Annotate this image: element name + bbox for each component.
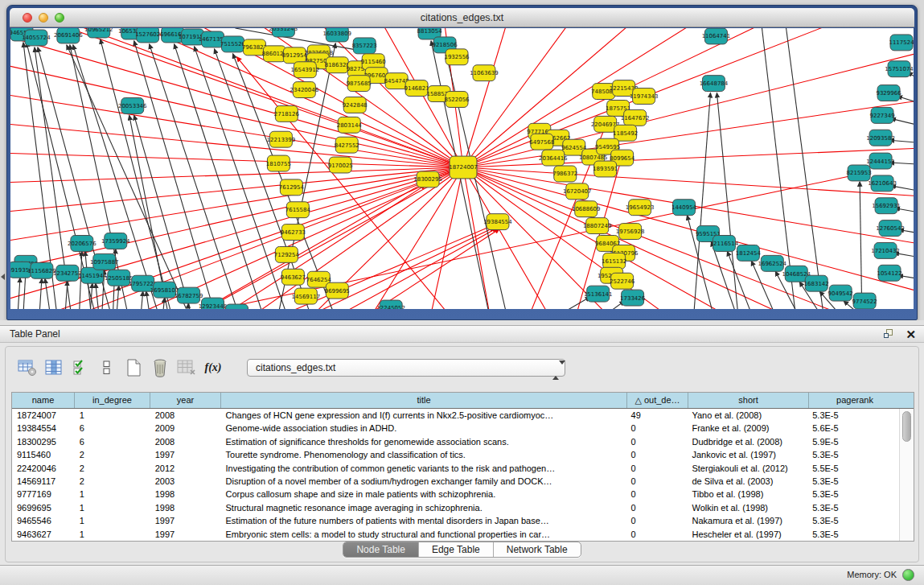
- graph-node[interactable]: 2522746: [610, 273, 634, 289]
- graph-node[interactable]: 9875685: [347, 76, 372, 92]
- graph-edge[interactable]: [540, 297, 590, 309]
- graph-node[interactable]: 19756928: [616, 224, 645, 240]
- graph-node[interactable]: 11974343: [630, 89, 659, 105]
- graph-edge[interactable]: [10, 167, 463, 271]
- graph-node[interactable]: 15692931: [872, 198, 901, 214]
- graph-edge[interactable]: [10, 153, 463, 167]
- graph-node[interactable]: 12760542: [876, 220, 905, 237]
- graph-edge[interactable]: [860, 182, 862, 309]
- graph-node[interactable]: 8357223: [352, 38, 377, 54]
- graph-node[interactable]: 9329966: [877, 85, 901, 101]
- graph-node[interactable]: 7615584: [285, 202, 311, 218]
- scrollbar-thumb[interactable]: [902, 411, 911, 442]
- network-window-titlebar[interactable]: citations_edges.txt: [10, 8, 914, 27]
- graph-node[interactable]: 1733426: [620, 290, 645, 306]
- network-graph[interactable]: 9465546140557242069140610965212106532871…: [10, 28, 914, 309]
- graph-edge[interactable]: [463, 167, 914, 292]
- graph-edge[interactable]: [10, 123, 463, 167]
- graph-node[interactable]: 7986372: [552, 166, 577, 182]
- table-row[interactable]: 911546021997Tourette syndrome. Phenomeno…: [12, 448, 899, 461]
- graph-node[interactable]: 12213399: [267, 131, 296, 147]
- graph-node[interactable]: 1440954: [671, 200, 697, 216]
- table-settings-icon[interactable]: [15, 356, 39, 379]
- graph-node[interactable]: 9170025: [328, 157, 353, 173]
- graph-node[interactable]: 11647672: [621, 109, 650, 126]
- column-header-out_degree[interactable]: △ out_de…: [627, 393, 688, 408]
- graph-edge[interactable]: [64, 281, 68, 309]
- graph-node[interactable]: 23420046: [290, 82, 319, 98]
- column-header-short[interactable]: short: [688, 393, 809, 408]
- column-header-title[interactable]: title: [221, 393, 627, 408]
- graph-node[interactable]: 15751074: [885, 61, 914, 77]
- graph-edge[interactable]: [10, 167, 463, 212]
- graph-node[interactable]: 8522056: [444, 92, 469, 108]
- close-icon[interactable]: ✕: [906, 328, 916, 340]
- tab-node-table[interactable]: Node Table: [343, 542, 419, 557]
- column-header-year[interactable]: year: [150, 393, 221, 408]
- graph-node[interactable]: 9774522: [852, 293, 877, 309]
- graph-hub-node[interactable]: 18724007: [449, 156, 478, 179]
- graph-node[interactable]: 9146821: [405, 80, 429, 97]
- column-header-name[interactable]: name: [12, 393, 75, 408]
- table-row[interactable]: 969969511998Structural magnetic resonanc…: [12, 501, 899, 514]
- table-row[interactable]: 1456911722003Disruption of a novel membe…: [12, 475, 899, 488]
- graph-node[interactable]: 16543912: [291, 62, 320, 78]
- graph-node[interactable]: 6497568: [529, 134, 554, 150]
- tab-network-table[interactable]: Network Table: [494, 542, 581, 557]
- graph-node[interactable]: 19654923: [626, 200, 655, 216]
- table-row[interactable]: 1830029562008Estimation of significance …: [12, 435, 899, 448]
- graph-node[interactable]: 11064741: [702, 28, 731, 44]
- graph-node[interactable]: 2718126: [274, 105, 299, 122]
- network-canvas[interactable]: 9465546140557242069140610965212106532871…: [10, 28, 914, 309]
- graph-node[interactable]: 8215953: [847, 165, 872, 181]
- table-vertical-scrollbar[interactable]: [899, 409, 914, 541]
- table-selector-dropdown[interactable]: citations_edges.txt: [247, 359, 565, 377]
- graph-node[interactable]: 14569117: [292, 288, 321, 304]
- graph-node[interactable]: 20206576: [68, 236, 97, 252]
- graph-node[interactable]: 11063639: [470, 65, 499, 81]
- select-all-columns-icon[interactable]: [68, 356, 92, 379]
- graph-node[interactable]: 17210432: [871, 242, 900, 258]
- graph-node[interactable]: 1117524: [889, 35, 914, 51]
- graph-node[interactable]: 1893591: [593, 161, 618, 177]
- graph-node[interactable]: 12245052: [376, 300, 405, 309]
- graph-node[interactable]: 15136141: [584, 286, 613, 302]
- graph-edge[interactable]: [155, 175, 853, 309]
- graph-node[interactable]: 17359924: [101, 233, 130, 249]
- graph-node[interactable]: 18300295: [413, 171, 442, 187]
- table-row[interactable]: 977716911998Corpus callosum shape and si…: [12, 488, 899, 501]
- graph-node[interactable]: 7129254: [274, 246, 300, 262]
- graph-node[interactable]: 14055724: [22, 30, 51, 46]
- column-header-pagerank[interactable]: pagerank: [809, 393, 901, 408]
- graph-node[interactable]: 9242848: [343, 97, 368, 113]
- graph-edge[interactable]: [891, 118, 914, 125]
- network-view-window[interactable]: citations_edges.txt 94655461405572420691…: [6, 5, 918, 320]
- graph-edge[interactable]: [45, 278, 52, 309]
- graph-node[interactable]: 20691406: [54, 28, 83, 43]
- graph-node[interactable]: 16033809: [322, 28, 351, 42]
- table-row[interactable]: 1938455462009Genome-wide association stu…: [12, 422, 899, 435]
- graph-node[interactable]: 2803144: [337, 117, 363, 133]
- graph-node[interactable]: 10975887: [90, 253, 119, 270]
- graph-node[interactable]: 1615132: [602, 253, 626, 269]
- graph-node[interactable]: 16782759: [175, 287, 203, 303]
- graph-node[interactable]: 12923448: [199, 298, 228, 309]
- graph-node[interactable]: 9227349: [870, 107, 895, 123]
- graph-node[interactable]: 8427552: [335, 137, 359, 153]
- graph-node[interactable]: 10688609: [572, 201, 601, 217]
- graph-edge[interactable]: [140, 291, 143, 309]
- graph-node[interactable]: 12116514: [710, 236, 739, 252]
- create-table-icon[interactable]: [121, 356, 146, 379]
- table-row[interactable]: 1872400712008Changes of HCN gene express…: [12, 409, 899, 422]
- graph-node[interactable]: 9699695: [325, 282, 350, 299]
- graph-node[interactable]: 16720407: [563, 183, 592, 200]
- graph-node[interactable]: 12093582: [866, 130, 895, 146]
- delete-table-icon[interactable]: [148, 356, 172, 379]
- table-row[interactable]: 946362711997Embryonic stem cells: a mode…: [12, 528, 899, 541]
- graph-node[interactable]: 16962524: [758, 255, 787, 271]
- row-height-icon[interactable]: [95, 356, 119, 379]
- graph-edge[interactable]: [463, 28, 508, 167]
- graph-edge[interactable]: [717, 93, 739, 309]
- table-row[interactable]: 946554611997Estimation of the future num…: [12, 514, 899, 527]
- graph-node[interactable]: 1527602: [135, 28, 160, 43]
